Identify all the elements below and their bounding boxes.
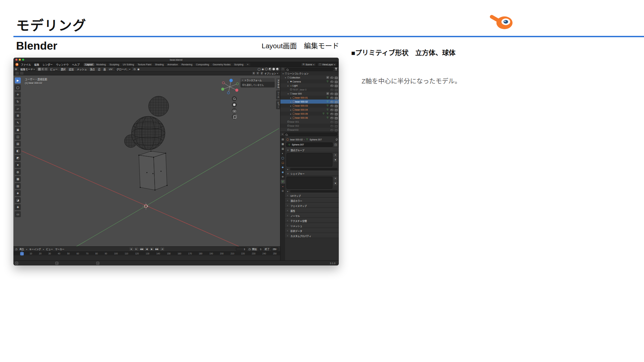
eye-icon[interactable] bbox=[330, 80, 333, 83]
outliner-row[interactable]: ▢ TEST_bear 0 bbox=[280, 87, 339, 92]
render-toggle-icon[interactable] bbox=[334, 76, 338, 79]
render-toggle-icon[interactable] bbox=[334, 116, 338, 119]
toolbar-tool-icon[interactable]: ◫ bbox=[15, 134, 21, 140]
viewlayer-selector[interactable]: ▢ ViewLayer ▾ bbox=[317, 63, 337, 66]
outliner-row[interactable]: ▸ ◯ bear 000-01 ▽ bbox=[280, 96, 339, 100]
toolbar-tool-icon[interactable]: ★ bbox=[15, 162, 21, 168]
timeline-track[interactable] bbox=[13, 255, 280, 260]
weight-slider[interactable] bbox=[290, 168, 337, 170]
tab-sculpting[interactable]: Sculpting bbox=[108, 63, 121, 66]
eye-icon[interactable] bbox=[330, 116, 333, 119]
outliner-search-input[interactable] bbox=[285, 68, 334, 71]
checkbox-icon[interactable]: ✓ bbox=[326, 76, 329, 79]
add-item-button[interactable]: + bbox=[333, 177, 337, 181]
eye-icon[interactable] bbox=[330, 100, 333, 103]
prev-keyframe-icon[interactable]: ◀◀ bbox=[139, 247, 144, 251]
section-uv-maps[interactable]: › UVマップ bbox=[285, 193, 339, 198]
eye-icon[interactable] bbox=[330, 92, 333, 95]
shading-solid-icon[interactable] bbox=[269, 68, 271, 70]
menu-face[interactable]: 面 bbox=[103, 67, 107, 71]
toolbar-tool-icon[interactable]: ◩ bbox=[15, 155, 21, 161]
toolbar-tool-icon[interactable]: ▦ bbox=[15, 176, 21, 182]
eye-icon[interactable] bbox=[330, 120, 333, 123]
toolbar-tool-icon[interactable]: ⊞ bbox=[15, 113, 21, 119]
timeline-editor-icon[interactable]: ◷ bbox=[15, 248, 17, 251]
proportional-edit-icon[interactable]: ◉ bbox=[137, 68, 140, 71]
texture-tab-icon[interactable]: ⊙ bbox=[281, 189, 285, 193]
fake-user-button[interactable]: ▢ bbox=[334, 143, 338, 147]
camera-view-icon[interactable] bbox=[232, 108, 237, 113]
datablock-name-field[interactable]: ▽ Sphere.007 bbox=[286, 142, 333, 147]
outliner-row[interactable]: ▸ ◯ bear 000-05 ▽▽ bbox=[280, 112, 339, 116]
section-shape-keys[interactable]: ∨ シェイプキー bbox=[285, 171, 339, 176]
tab-compositing[interactable]: Compositing bbox=[194, 63, 211, 66]
expand-icon[interactable]: ▸ bbox=[287, 80, 289, 83]
outliner-row[interactable]: ▢ bear 002 bbox=[280, 124, 339, 128]
record-icon[interactable]: ● bbox=[129, 247, 133, 251]
tab-geometry-nodes[interactable]: Geometry Nodes bbox=[211, 63, 232, 66]
section-vertex-groups[interactable]: ∨ 頂点グループ bbox=[285, 148, 339, 152]
breadcrumb-object[interactable]: bear 000-02 bbox=[290, 138, 303, 141]
menu-uv[interactable]: UV bbox=[108, 68, 113, 71]
section-attributes[interactable]: › 属性 bbox=[285, 208, 339, 213]
play-icon[interactable]: ▶ bbox=[150, 247, 154, 251]
render-toggle-icon[interactable] bbox=[334, 80, 338, 83]
render-toggle-icon[interactable] bbox=[334, 112, 338, 115]
vertex-groups-list[interactable] bbox=[286, 153, 332, 167]
toolbar-tool-icon[interactable]: ↻ bbox=[15, 99, 21, 105]
menu-view[interactable]: ビュー bbox=[49, 67, 58, 71]
outliner-row[interactable]: ▸ ◯ bear 000-03 ▽ bbox=[280, 104, 339, 108]
tool-options-icon[interactable] bbox=[20, 72, 23, 75]
expand-icon[interactable]: ▸ bbox=[289, 117, 292, 119]
scene-selector[interactable]: ⊞ Scene ▾ bbox=[301, 63, 316, 66]
toolbar-tool-icon[interactable]: ▶ bbox=[15, 77, 21, 83]
expand-icon[interactable]: ▸ bbox=[287, 84, 289, 87]
world-tab-icon[interactable]: ◯ bbox=[281, 156, 285, 160]
tab-animation[interactable]: Animation bbox=[166, 63, 179, 66]
material-tab-icon[interactable]: ◒ bbox=[281, 184, 285, 188]
menu-edit[interactable]: 編集 bbox=[33, 63, 40, 66]
breadcrumb-data[interactable]: Sphere.007 bbox=[310, 138, 322, 141]
menu-window[interactable]: ウィンドウ bbox=[55, 63, 70, 66]
eye-icon[interactable] bbox=[330, 112, 333, 115]
vertex-select-button[interactable] bbox=[38, 68, 41, 71]
outliner-row-selected[interactable]: ▸ ◯ bear 000-02 ▽ bbox=[280, 100, 339, 104]
render-toggle-icon[interactable] bbox=[334, 92, 338, 95]
menu-file[interactable]: ファイル bbox=[20, 63, 32, 66]
menu-mesh[interactable]: メッシュ bbox=[76, 67, 88, 71]
eye-icon[interactable] bbox=[330, 96, 333, 99]
shading-rendered-icon[interactable] bbox=[276, 68, 279, 70]
snap-magnet-icon[interactable]: Ω bbox=[133, 68, 136, 71]
perspective-toggle-icon[interactable] bbox=[232, 114, 237, 119]
end-frame-field[interactable]: 250 bbox=[271, 247, 278, 251]
stopwatch-icon[interactable]: ◷ bbox=[249, 248, 251, 251]
tab-item[interactable]: アイテム bbox=[276, 78, 280, 89]
section-custom-properties[interactable]: › カスタムプロパティ bbox=[285, 234, 339, 238]
properties-search-input[interactable] bbox=[284, 133, 337, 136]
gizmo-x-neg[interactable] bbox=[222, 82, 225, 84]
start-frame-field[interactable]: 1 bbox=[258, 247, 264, 251]
tab-scripting[interactable]: Scripting bbox=[232, 63, 245, 66]
viewport-canvas[interactable]: ▶ ◯ ✛ ↻ ▱ ⊞ ✎ ▣ ◫ ▤ ◧ ◩ ★ ◍ ▦ bbox=[13, 75, 280, 246]
toolbar-tool-icon[interactable]: ✎ bbox=[15, 120, 21, 126]
value-slider[interactable] bbox=[290, 190, 337, 192]
menu-keying[interactable]: キーイング bbox=[29, 247, 41, 251]
expand-icon[interactable]: ▾ bbox=[282, 72, 284, 75]
transform-panel-header[interactable]: ∨ トランスフォーム bbox=[240, 78, 275, 82]
render-toggle-icon[interactable] bbox=[334, 104, 338, 107]
jump-to-start-icon[interactable]: ⇤ bbox=[134, 247, 138, 251]
section-texture-space[interactable]: › テクスチャ空間 bbox=[285, 219, 339, 223]
tab-view[interactable]: ビュー bbox=[276, 100, 280, 110]
menu-add[interactable]: 追加 bbox=[68, 67, 74, 71]
eye-icon[interactable] bbox=[330, 124, 333, 127]
properties-editor-icon[interactable]: ≡ bbox=[282, 133, 283, 135]
edge-select-button[interactable] bbox=[41, 68, 44, 71]
section-vertex-colors[interactable]: › 頂点カラー bbox=[285, 198, 339, 203]
menu-tl-view[interactable]: ビュー bbox=[46, 247, 53, 251]
render-toggle-icon[interactable] bbox=[334, 120, 338, 123]
tab-modeling[interactable]: Modeling bbox=[95, 63, 107, 66]
eye-icon[interactable] bbox=[330, 128, 333, 131]
pin-icon[interactable] bbox=[335, 138, 338, 141]
filter-icon[interactable] bbox=[335, 68, 337, 70]
toolbar-tool-icon[interactable]: ✚ bbox=[15, 204, 21, 210]
